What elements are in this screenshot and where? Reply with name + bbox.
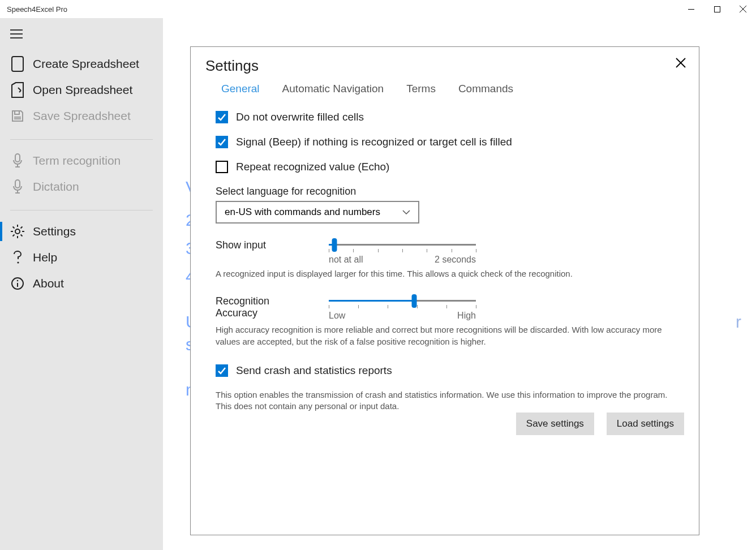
sidebar-item-open[interactable]: Open Spreadsheet [0, 77, 163, 103]
close-button[interactable] [675, 57, 686, 71]
sidebar-item-dictation: Dictation [0, 174, 163, 200]
checkbox-beep[interactable] [216, 136, 228, 148]
info-icon [10, 276, 25, 291]
sidebar-item-settings[interactable]: Settings [0, 218, 163, 244]
svg-point-10 [15, 229, 20, 234]
slider-min-label: Low [329, 311, 345, 321]
sidebar-item-help[interactable]: Help [0, 244, 163, 270]
accuracy-desc: High accuracy recognition is more reliab… [216, 324, 684, 347]
sidebar-item-label: Help [33, 251, 57, 264]
chevron-down-icon [402, 207, 410, 218]
microphone-icon [10, 153, 25, 168]
checkbox-label: Do not overwrite filled cells [236, 111, 364, 123]
divider [10, 210, 153, 210]
tab-commands[interactable]: Commands [458, 83, 513, 95]
checkbox-overwrite[interactable] [216, 111, 228, 123]
slider-min-label: not at all [329, 255, 363, 265]
microphone-icon [10, 179, 25, 194]
svg-line-15 [13, 227, 15, 229]
sidebar-item-label: Settings [33, 225, 76, 238]
svg-line-16 [21, 235, 23, 237]
show-input-desc: A recognized input is displayed larger f… [216, 268, 684, 280]
titlebar: Speech4Excel Pro [0, 0, 756, 18]
checkbox-label: Repeat recognized value (Echo) [236, 161, 389, 173]
checkbox-label: Signal (Beep) if nothing is recognized o… [236, 136, 512, 148]
sidebar-item-label: Save Spreadsheet [33, 109, 131, 123]
svg-rect-7 [12, 57, 23, 71]
show-input-label: Show input [216, 238, 306, 251]
svg-point-21 [17, 280, 19, 282]
sidebar-item-label: Term recognition [33, 154, 121, 167]
tab-automatic-navigation[interactable]: Automatic Navigation [282, 83, 384, 95]
tabs: General Automatic Navigation Terms Comma… [221, 83, 684, 95]
main-area: V 2 3 4 U s n r Settings General Automat… [163, 18, 756, 550]
window-close-button[interactable] [730, 0, 756, 18]
svg-rect-8 [15, 154, 20, 162]
crash-reports-desc: This option enables the transmission of … [216, 389, 684, 412]
svg-line-18 [13, 235, 15, 237]
load-settings-button[interactable]: Load settings [607, 412, 684, 435]
tab-terms[interactable]: Terms [406, 83, 436, 95]
accuracy-label: Recognition Accuracy [216, 294, 306, 319]
svg-rect-1 [714, 6, 720, 12]
dialog-title: Settings [205, 57, 684, 75]
sidebar-item-save: Save Spreadsheet [0, 103, 163, 129]
document-open-icon [10, 83, 25, 97]
slider-max-label: 2 seconds [435, 255, 476, 265]
window-minimize-button[interactable] [678, 0, 704, 18]
settings-dialog: Settings General Automatic Navigation Te… [190, 46, 699, 535]
sidebar-item-label: About [33, 277, 64, 290]
sidebar-item-about[interactable]: About [0, 270, 163, 297]
save-icon [10, 109, 25, 123]
document-icon [10, 57, 25, 71]
question-icon [10, 250, 25, 265]
sidebar-item-term: Term recognition [0, 148, 163, 174]
sidebar-item-label: Dictation [33, 180, 79, 194]
hamburger-icon[interactable] [0, 26, 163, 51]
divider [10, 139, 153, 140]
sidebar: Create Spreadsheet Open Spreadsheet Save… [0, 18, 163, 550]
save-settings-button[interactable]: Save settings [516, 412, 594, 435]
svg-line-17 [21, 227, 23, 229]
sidebar-item-label: Create Spreadsheet [33, 57, 139, 71]
svg-rect-9 [15, 180, 20, 188]
language-value: en-US with commands and numbers [225, 207, 380, 218]
app-title: Speech4Excel Pro [7, 5, 67, 14]
checkbox-crash-reports[interactable] [216, 364, 228, 377]
window-maximize-button[interactable] [704, 0, 730, 18]
tab-general[interactable]: General [221, 83, 260, 95]
slider-max-label: High [457, 311, 476, 321]
checkbox-label: Send crash and statistics reports [236, 364, 392, 377]
sidebar-item-label: Open Spreadsheet [33, 83, 132, 97]
svg-point-19 [17, 261, 19, 263]
language-select[interactable]: en-US with commands and numbers [216, 201, 419, 224]
sidebar-item-create[interactable]: Create Spreadsheet [0, 51, 163, 77]
gear-icon [10, 224, 25, 239]
checkbox-echo[interactable] [216, 161, 228, 173]
language-label: Select language for recognition [216, 186, 684, 197]
